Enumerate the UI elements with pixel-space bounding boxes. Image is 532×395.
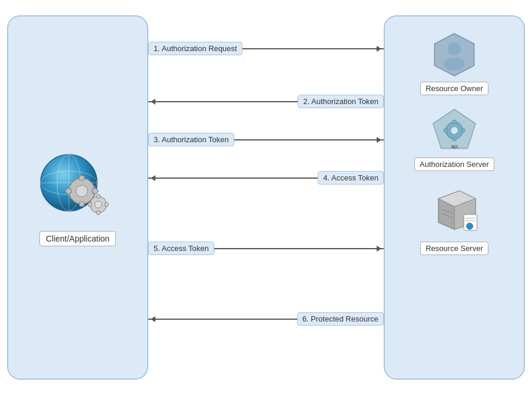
right-panel: Resource Owner api Authorization Serv xyxy=(384,15,525,380)
arrow5-line xyxy=(214,248,384,249)
svg-rect-18 xyxy=(97,211,100,215)
arrow-row-6: 6. Protected Resource xyxy=(148,312,384,326)
resource-server-icon xyxy=(428,183,481,238)
svg-text:api: api xyxy=(451,143,458,149)
svg-point-22 xyxy=(448,42,461,55)
resource-server-label: Resource Server xyxy=(420,242,488,255)
svg-point-6 xyxy=(76,185,88,197)
arrow1-line xyxy=(242,48,384,49)
client-icon xyxy=(34,149,122,225)
client-label: Client/Application xyxy=(39,231,116,246)
svg-point-26 xyxy=(451,127,458,135)
arrow-row-1: 1. Authorization Request xyxy=(148,42,384,55)
arrow1-label: 1. Authorization Request xyxy=(148,42,242,55)
arrows-area: 1. Authorization Request 2. Authorizatio… xyxy=(148,15,384,380)
svg-rect-17 xyxy=(97,195,100,198)
auth-server-label: Authorization Server xyxy=(414,158,494,171)
resource-owner-icon xyxy=(431,31,478,78)
arrow-row-5: 5. Access Token xyxy=(148,242,384,255)
arrow4-line xyxy=(148,178,318,179)
svg-point-23 xyxy=(444,58,464,71)
arrow4-label: 4. Access Token xyxy=(318,171,384,185)
arrow2-label: 2. Authorization Token xyxy=(298,95,384,108)
svg-rect-7 xyxy=(79,176,84,180)
svg-rect-30 xyxy=(444,129,447,132)
arrow6-line xyxy=(148,319,297,320)
svg-rect-28 xyxy=(453,138,456,141)
arrow3-label: 3. Authorization Token xyxy=(148,133,234,146)
arrow-row-2: 2. Authorization Token xyxy=(148,95,384,108)
arrow5-label: 5. Access Token xyxy=(148,242,214,255)
svg-point-41 xyxy=(467,223,473,229)
svg-rect-27 xyxy=(453,120,456,123)
auth-server-icon: api xyxy=(431,107,478,154)
arrow-row-4: 4. Access Token xyxy=(148,171,384,185)
arrow3-line xyxy=(234,139,384,140)
svg-rect-20 xyxy=(88,203,92,206)
oauth-diagram: Client/Application 1. Authorization Requ… xyxy=(7,7,525,388)
svg-rect-29 xyxy=(461,129,465,132)
auth-server-wrap: api Authorization Server xyxy=(414,107,494,171)
arrow6-label: 6. Protected Resource xyxy=(297,312,384,326)
svg-point-16 xyxy=(95,201,102,208)
resource-server-wrap: Resource Server xyxy=(420,183,488,255)
svg-rect-8 xyxy=(79,202,84,206)
resource-owner-wrap: Resource Owner xyxy=(420,31,488,95)
arrow2-line xyxy=(148,101,298,102)
svg-rect-19 xyxy=(105,203,108,206)
client-panel: Client/Application xyxy=(7,15,148,380)
resource-owner-label: Resource Owner xyxy=(420,82,488,95)
arrow-row-3: 3. Authorization Token xyxy=(148,133,384,146)
